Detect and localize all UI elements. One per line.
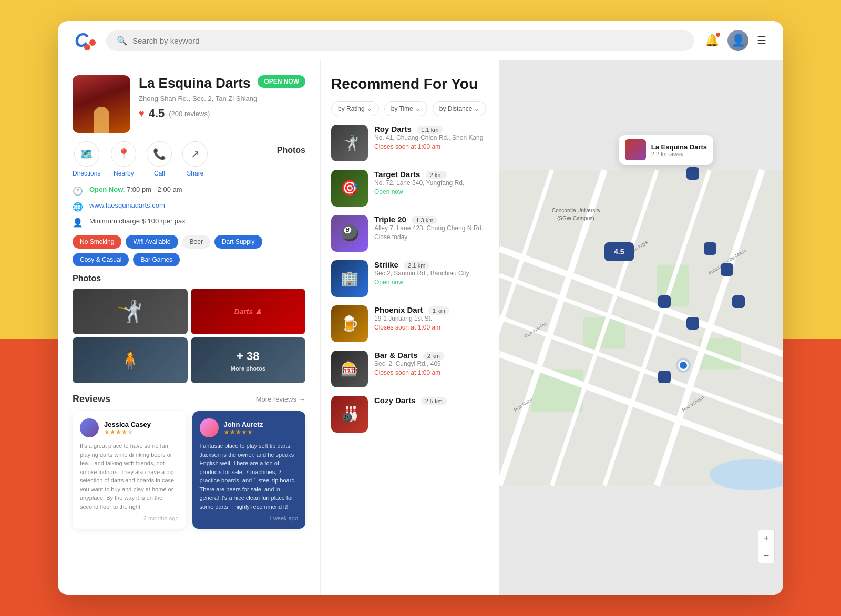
tag-no-smoking: No Smoking <box>73 235 121 249</box>
filter-distance[interactable]: by Distance ⌄ <box>433 101 487 116</box>
map-pin-2[interactable] <box>704 242 716 255</box>
recommend-title: Recommend For You <box>331 75 488 93</box>
search-icon: 🔍 <box>117 36 127 46</box>
list-item-4[interactable]: 🏢 Striike 2.1 km Sec.2, Sanmin Rd., Banc… <box>331 260 488 297</box>
reviews-count: (200 reviews) <box>169 110 210 118</box>
zoom-out-button[interactable]: − <box>758 547 775 563</box>
balloon-info: La Esquina Darts 2.2 km away <box>651 143 707 157</box>
list-addr-2: No. 72, Lane 540, Yungfang Rd. <box>374 179 488 187</box>
list-item-1[interactable]: 🤺 Roy Darts 1.1 km No. 41, Chuang-Chien … <box>331 125 488 161</box>
reviewer-stars-2: ★★★★★ <box>224 428 263 436</box>
filter-row: by Rating ⌄ by Time ⌄ by Distance ⌄ <box>331 101 488 116</box>
list-img-5: 🍺 <box>331 305 368 342</box>
list-name-3: Triple 20 <box>374 215 406 224</box>
list-info-2: Target Darts 2 km No. 72, Lane 540, Yung… <box>374 170 488 196</box>
review-card-2: John Auretz ★★★★★ Fantastic place to pla… <box>192 411 306 529</box>
heart-icon: ♥ <box>139 108 145 119</box>
website-link[interactable]: www.laesquinadarts.com <box>89 201 165 209</box>
list-name-6: Bar & Darts <box>374 351 418 360</box>
search-bar[interactable]: 🔍 <box>106 30 694 51</box>
rating-number: 4.5 <box>149 107 165 120</box>
map-pin-3[interactable] <box>721 263 733 276</box>
more-photos-label: More photos <box>231 365 265 372</box>
logo[interactable]: C <box>75 29 96 52</box>
reviewer-info-1: Jessica Casey ★★★★★ <box>104 420 151 436</box>
chevron-down-icon-3: ⌄ <box>474 105 479 112</box>
zoom-in-button[interactable]: + <box>758 530 775 547</box>
list-status-2: Open now <box>374 188 488 196</box>
list-img-icon-5: 🍺 <box>331 305 368 342</box>
share-button[interactable]: ↗ Share <box>182 141 208 177</box>
list-name-5: Phoenix Dart <box>374 305 423 314</box>
left-panel: La Esquina Darts OPEN NOW Zhong Shan Rd.… <box>58 60 321 595</box>
list-img-2: 🎯 <box>331 170 368 207</box>
place-address: Zhong Shan Rd., Sec. 2, Tan Zi Shiang <box>139 95 305 102</box>
list-addr-1: No. 41, Chuang-Chien Rd., Shen Kang <box>374 134 488 141</box>
search-input[interactable] <box>132 36 684 45</box>
call-button[interactable]: 📞 Call <box>147 141 172 177</box>
list-distance-7: 2.5 km <box>421 397 447 405</box>
tags-row: No Smoking Wifi Available Beer Dart Supp… <box>73 235 305 266</box>
avatar[interactable]: 👤 <box>727 30 748 51</box>
list-status-3: Close today <box>374 233 488 241</box>
map-pin-6[interactable] <box>732 295 745 308</box>
list-item-7[interactable]: 🎳 Cozy Darts 2.5 km <box>331 396 488 433</box>
open-badge: OPEN NOW <box>258 75 305 88</box>
photo-more[interactable]: + 38 More photos <box>191 337 306 383</box>
filter-rating[interactable]: by Rating ⌄ <box>331 101 379 116</box>
directions-label: Directions <box>73 170 100 177</box>
list-info-4: Striike 2.1 km Sec.2, Sanmin Rd., Banchi… <box>374 260 488 286</box>
map-pin-5[interactable] <box>686 317 699 330</box>
hours-row: 🕐 Open Now. 7:00 pm - 2:00 am <box>73 186 305 196</box>
list-img-1: 🤺 <box>331 125 368 161</box>
active-place-balloon[interactable]: La Esquina Darts 2.2 km away <box>619 135 713 165</box>
list-distance-6: 2 km <box>423 352 444 360</box>
filter-time[interactable]: by Time ⌄ <box>384 101 427 116</box>
main-map-pin[interactable]: 4.5 <box>604 242 634 261</box>
list-distance-5: 1 km <box>428 306 449 315</box>
photo-3[interactable]: 🧍 <box>73 337 188 383</box>
share-icon: ↗ <box>182 141 208 167</box>
header: C 🔍 🔔 👤 ☰ <box>58 21 783 60</box>
directions-button[interactable]: 🗺️ Directions <box>73 141 100 177</box>
action-buttons: 🗺️ Directions 📍 Nearby 📞 Call ↗ Share <box>73 141 305 177</box>
nearby-icon: 📍 <box>111 141 136 167</box>
map-container[interactable]: Rue Antoine Rue Argis Autoroute Ville-Ma… <box>499 60 783 595</box>
notification-button[interactable]: 🔔 <box>705 34 719 47</box>
user-location-dot <box>678 360 689 371</box>
list-img-icon-4: 🏢 <box>331 260 368 297</box>
tag-beer: Beer <box>182 235 210 249</box>
map-pin-4[interactable] <box>658 295 671 308</box>
list-item-2[interactable]: 🎯 Target Darts 2 km No. 72, Lane 540, Yu… <box>331 170 488 207</box>
charge-row: 👤 Minimum charge $ 100 /per pax <box>73 217 305 228</box>
list-item-6[interactable]: 🎰 Bar & Darts 2 km Sec. 2, Cungyi Rd., 4… <box>331 351 488 387</box>
nearby-button[interactable]: 📍 Nearby <box>111 141 136 177</box>
tag-cosy: Cosy & Casual <box>73 253 129 266</box>
list-name-row-5: Phoenix Dart 1 km <box>374 305 488 315</box>
reviewer-avatar-2 <box>200 418 219 437</box>
charge-text: Minimum charge $ 100 /per pax <box>89 217 186 225</box>
photo-2[interactable]: Darts ♟ <box>191 289 306 334</box>
list-img-icon-7: 🎳 <box>331 396 368 433</box>
more-reviews-link[interactable]: More reviews → <box>256 395 305 403</box>
reviewer-avatar-1 <box>80 418 99 437</box>
svg-text:(SGW Campus): (SGW Campus) <box>557 215 594 221</box>
menu-button[interactable]: ☰ <box>757 34 766 47</box>
place-image <box>73 75 130 133</box>
photos-title-label: Photos <box>73 274 305 283</box>
tag-wifi: Wifi Available <box>126 235 178 249</box>
hours-text: Open Now. 7:00 pm - 2:00 am <box>89 186 182 193</box>
list-item-5[interactable]: 🍺 Phoenix Dart 1 km 19-1 Jukuang 1st St.… <box>331 305 488 342</box>
main-content: La Esquina Darts OPEN NOW Zhong Shan Rd.… <box>58 60 783 595</box>
map-pin-1[interactable] <box>686 167 699 180</box>
list-item-3[interactable]: 🎱 Triple 20 1.3 km Alley 7, Lane 428, Ch… <box>331 215 488 252</box>
map-controls: + − <box>758 530 775 563</box>
call-label: Call <box>154 170 165 177</box>
photo-1[interactable]: 🤺 <box>73 289 188 334</box>
place-name: La Esquina Darts <box>139 75 250 91</box>
photos-section: Photos <box>277 146 305 177</box>
list-status-4: Open now <box>374 279 488 286</box>
reviewer-stars-1: ★★★★★ <box>104 428 151 436</box>
map-pin-7[interactable] <box>658 371 671 383</box>
directions-icon: 🗺️ <box>74 141 99 167</box>
